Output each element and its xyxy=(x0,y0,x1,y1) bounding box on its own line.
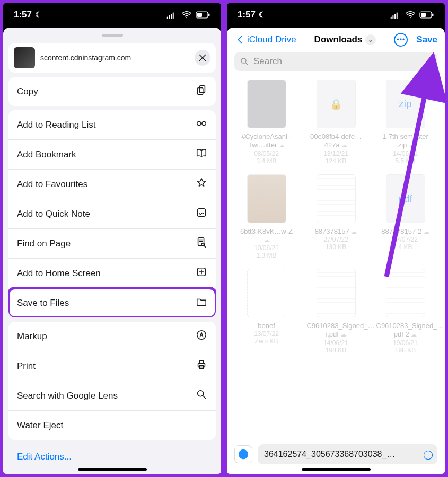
phone-left: 1:57 ☾ scontent.cdninstagram.com Copy xyxy=(2,2,223,475)
cloud-icon: ☁︎ xyxy=(279,142,285,149)
markup-row[interactable]: Markup xyxy=(8,322,216,351)
glasses-icon xyxy=(192,118,207,132)
status-bar: 1:57 ☾ xyxy=(3,3,221,26)
save-to-files-row[interactable]: Save to Files xyxy=(8,288,216,317)
add-favourites-row[interactable]: Add to Favourites xyxy=(8,170,216,199)
home-indicator[interactable] xyxy=(302,468,371,471)
file-item[interactable]: zip 1-7th semester .zip ☁︎ 14/06/21 5.5 … xyxy=(373,80,437,165)
source-thumbnail xyxy=(14,47,35,68)
copy-label: Copy xyxy=(17,86,38,97)
close-button[interactable] xyxy=(195,50,210,66)
reading-list-row[interactable]: Add to Reading List xyxy=(8,110,216,140)
save-button[interactable]: Save xyxy=(416,34,437,45)
add-bookmark-row[interactable]: Add Bookmark xyxy=(8,140,216,170)
cloud-icon: ☁︎ xyxy=(263,237,269,244)
folder-title[interactable]: Downloads ⌄ xyxy=(314,34,376,45)
markup-icon xyxy=(192,329,207,343)
phone-right: 1:57 ☾ iCloud Drive Downloads ⌄ ••• Save xyxy=(225,2,446,475)
status-bar: 1:57 ☾ xyxy=(227,3,445,26)
signal-icon xyxy=(166,9,178,21)
add-favourites-label: Add to Favourites xyxy=(17,179,87,190)
sheet-grabber[interactable] xyxy=(102,34,123,37)
battery-icon xyxy=(419,11,434,19)
cloud-icon: ☁︎ xyxy=(341,142,347,149)
star-icon xyxy=(192,177,207,191)
cloud-icon: ☁︎ xyxy=(351,228,357,236)
more-button[interactable]: ••• xyxy=(394,33,408,47)
chevron-down-icon: ⌄ xyxy=(365,34,376,45)
wifi-icon xyxy=(181,9,192,21)
copy-row[interactable]: Copy xyxy=(8,77,216,106)
file-item[interactable]: C9610283_Signed_…pdf 2 ☁︎ 19/06/21 198 K… xyxy=(373,269,437,354)
share-source-row: scontent.cdninstagram.com xyxy=(8,43,216,73)
edit-actions-link[interactable]: Edit Actions... xyxy=(8,444,216,470)
file-item[interactable]: 🔒 00e08fb4-defe…427a ☁︎ 13/12/21 124 KB xyxy=(304,80,368,165)
plus-square-icon xyxy=(192,266,207,280)
file-item[interactable]: C9610283_Signed_…r.pdf ☁︎ 14/06/21 198 K… xyxy=(304,269,368,354)
water-eject-row[interactable]: Water Eject xyxy=(8,411,216,440)
print-row[interactable]: Print xyxy=(8,351,216,381)
file-item[interactable]: #CycloneAsani - Twi…itter ☁︎ 08/05/22 3.… xyxy=(234,80,298,165)
doc-search-icon xyxy=(192,236,207,251)
file-item[interactable]: 887378157 ☁︎ 27/07/22 130 KB xyxy=(304,174,368,260)
cloud-icon: ☁︎ xyxy=(340,331,346,339)
svg-point-15 xyxy=(198,391,204,396)
cloud-icon: ☁︎ xyxy=(409,142,415,149)
cloud-icon: ☁︎ xyxy=(424,228,429,236)
copy-icon xyxy=(192,84,207,99)
note-icon xyxy=(192,207,207,221)
water-drop-icon xyxy=(192,418,207,432)
source-url: scontent.cdninstagram.com xyxy=(40,54,189,62)
svg-rect-3 xyxy=(199,86,205,93)
reading-list-label: Add to Reading List xyxy=(17,120,95,130)
quick-note-label: Add to Quick Note xyxy=(17,209,90,219)
water-eject-label: Water Eject xyxy=(17,420,63,431)
svg-point-6 xyxy=(202,121,206,125)
search-placeholder: Search xyxy=(253,56,282,67)
find-on-page-row[interactable]: Find on Page xyxy=(8,229,216,259)
search-field[interactable]: Search xyxy=(234,52,437,71)
file-item[interactable]: 6btt3-K8vK…w-Z ☁︎ 10/08/22 1.3 MB xyxy=(234,174,298,260)
svg-point-5 xyxy=(197,121,201,125)
svg-rect-4 xyxy=(198,87,203,94)
status-right xyxy=(166,9,210,21)
status-time: 1:57 xyxy=(14,10,32,20)
ellipsis-icon: ••• xyxy=(397,36,405,43)
chevron-left-icon xyxy=(234,34,246,46)
file-item[interactable]: benef 13/07/22 Zero KB xyxy=(234,269,298,354)
search-icon xyxy=(192,388,207,403)
svg-rect-7 xyxy=(198,209,206,217)
svg-rect-12 xyxy=(198,363,205,367)
add-bookmark-label: Add Bookmark xyxy=(17,149,76,160)
magnifying-glass-icon xyxy=(240,57,249,66)
google-lens-row[interactable]: Search with Google Lens xyxy=(8,381,216,411)
printer-icon xyxy=(192,359,207,373)
clear-icon[interactable]: ◯ xyxy=(423,449,433,460)
folder-icon xyxy=(192,296,207,310)
status-time: 1:57 xyxy=(238,10,256,20)
status-right xyxy=(390,9,434,21)
find-on-page-label: Find on Page xyxy=(17,238,71,249)
files-grid: #CycloneAsani - Twi…itter ☁︎ 08/05/22 3.… xyxy=(227,76,445,474)
book-icon xyxy=(192,147,207,162)
share-sheet: scontent.cdninstagram.com Copy Add to Re… xyxy=(3,28,221,474)
filename-bar: 364162574_305673368703038_… ◯ xyxy=(234,444,437,464)
cloud-icon: ☁︎ xyxy=(411,331,417,339)
svg-rect-8 xyxy=(198,238,204,246)
signal-icon xyxy=(390,9,401,21)
wifi-icon xyxy=(405,9,416,21)
google-lens-label: Search with Google Lens xyxy=(17,391,118,401)
svg-rect-13 xyxy=(199,361,203,364)
home-indicator[interactable] xyxy=(78,468,147,471)
battery-icon xyxy=(196,11,210,19)
add-home-row[interactable]: Add to Home Screen xyxy=(8,259,216,288)
svg-rect-17 xyxy=(421,13,426,17)
back-button[interactable]: iCloud Drive xyxy=(234,34,296,46)
add-home-label: Add to Home Screen xyxy=(17,268,101,279)
quick-note-row[interactable]: Add to Quick Note xyxy=(8,199,216,229)
svg-point-11 xyxy=(197,331,206,340)
file-item[interactable]: pdf 887378157 2 ☁︎ 27/07/22 4 KB xyxy=(373,174,437,260)
filename-input[interactable]: 364162574_305673368703038_… ◯ xyxy=(258,444,437,464)
print-label: Print xyxy=(17,361,36,372)
svg-rect-1 xyxy=(197,13,202,17)
